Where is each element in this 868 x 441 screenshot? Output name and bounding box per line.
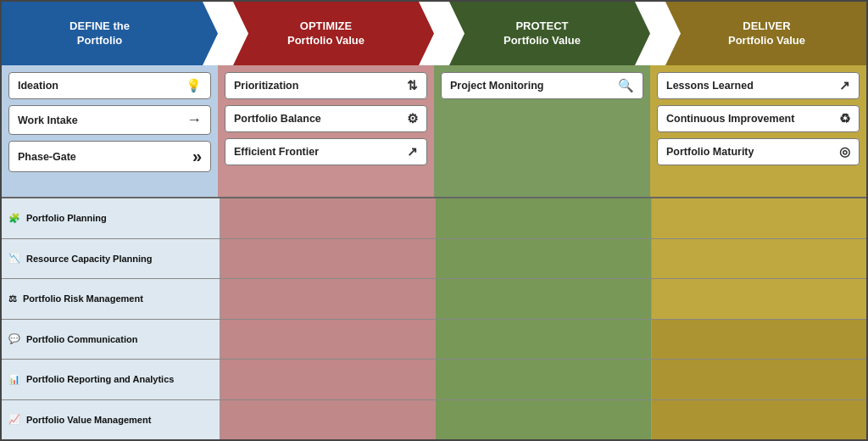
bar-reporting-red bbox=[220, 360, 436, 399]
label-portfolio-communication: 💬 Portfolio Communication bbox=[2, 320, 220, 360]
bar-comm-green bbox=[436, 320, 651, 360]
label-resource-capacity: 📉 Resource Capacity Planning bbox=[2, 239, 220, 279]
header-define-text: DEFINE the Portfolio bbox=[70, 20, 130, 48]
label-portfolio-planning: 🧩 Portfolio Planning bbox=[2, 198, 220, 238]
bar-planning-red bbox=[220, 198, 436, 238]
feature-prioritization[interactable]: Prioritization ⇅ bbox=[225, 72, 427, 99]
feature-project-monitoring[interactable]: Project Monitoring 🔍 bbox=[441, 72, 643, 99]
main-layout: DEFINE the Portfolio Ideation 💡 Work Int… bbox=[0, 0, 868, 441]
portfolio-reporting-icon: 📊 bbox=[8, 374, 20, 385]
portfolio-value-icon: 📈 bbox=[8, 414, 20, 425]
bar-risk-green bbox=[436, 279, 651, 319]
header-deliver-text: DELIVER Portfolio Value bbox=[728, 20, 805, 48]
resource-capacity-icon: 📉 bbox=[8, 253, 20, 264]
label-portfolio-value: 📈 Portfolio Value Management bbox=[2, 400, 220, 440]
header-deliver: DELIVER Portfolio Value bbox=[650, 2, 866, 65]
phase-gate-icon: » bbox=[192, 147, 202, 166]
bar-risk-gold-empty bbox=[652, 279, 866, 319]
bar-reporting-green bbox=[436, 360, 651, 399]
efficient-frontier-icon: ↗ bbox=[407, 144, 418, 159]
portfolio-communication-icon: 💬 bbox=[8, 333, 20, 344]
col-protect: PROTECT Portfolio Value Project Monitori… bbox=[434, 2, 650, 197]
header-protect: PROTECT Portfolio Value bbox=[434, 2, 650, 65]
feature-lessons-learned[interactable]: Lessons Learned ↗ bbox=[657, 72, 860, 99]
project-monitoring-icon: 🔍 bbox=[618, 78, 634, 93]
feature-work-intake[interactable]: Work Intake → bbox=[8, 105, 211, 135]
header-define: DEFINE the Portfolio bbox=[2, 2, 218, 65]
deliver-body: Lessons Learned ↗ Continuous Improvement… bbox=[650, 65, 866, 197]
continuous-improvement-icon: ♻ bbox=[839, 111, 850, 126]
feature-portfolio-balance[interactable]: Portfolio Balance ⚙ bbox=[225, 105, 427, 132]
row-portfolio-reporting: 📊 Portfolio Reporting and Analytics bbox=[2, 360, 866, 400]
optimize-body: Prioritization ⇅ Portfolio Balance ⚙ Eff… bbox=[218, 65, 434, 197]
row-portfolio-value: 📈 Portfolio Value Management bbox=[2, 400, 866, 440]
lessons-learned-icon: ↗ bbox=[839, 78, 850, 93]
row-portfolio-risk: ⚖ Portfolio Risk Management bbox=[2, 279, 866, 320]
label-portfolio-reporting: 📊 Portfolio Reporting and Analytics bbox=[2, 360, 220, 399]
portfolio-maturity-icon: ◎ bbox=[839, 144, 850, 159]
feature-ideation[interactable]: Ideation 💡 bbox=[8, 72, 211, 99]
col-deliver: DELIVER Portfolio Value Lessons Learned … bbox=[650, 2, 866, 197]
row-portfolio-planning: 🧩 Portfolio Planning bbox=[2, 198, 866, 239]
bar-resource-red bbox=[220, 239, 436, 279]
bar-comm-red bbox=[220, 320, 436, 360]
portfolio-balance-icon: ⚙ bbox=[407, 111, 418, 126]
header-optimize: OPTIMIZE Portfolio Value bbox=[218, 2, 434, 65]
header-protect-text: PROTECT Portfolio Value bbox=[504, 20, 581, 48]
define-body: Ideation 💡 Work Intake → Phase-Gate » bbox=[2, 65, 218, 197]
ideation-icon: 💡 bbox=[186, 78, 202, 93]
feature-continuous-improvement[interactable]: Continuous Improvement ♻ bbox=[657, 105, 860, 132]
bar-value-green bbox=[436, 400, 651, 440]
bar-planning-green bbox=[436, 198, 651, 238]
bar-value-red bbox=[220, 400, 436, 440]
portfolio-risk-icon: ⚖ bbox=[8, 293, 17, 304]
header-optimize-text: OPTIMIZE Portfolio Value bbox=[287, 20, 364, 48]
bar-value-gold bbox=[652, 400, 866, 440]
feature-phase-gate[interactable]: Phase-Gate » bbox=[8, 141, 211, 172]
row-resource-capacity: 📉 Resource Capacity Planning bbox=[2, 239, 866, 280]
row-portfolio-communication: 💬 Portfolio Communication bbox=[2, 320, 866, 360]
label-portfolio-risk: ⚖ Portfolio Risk Management bbox=[2, 279, 220, 319]
col-optimize: OPTIMIZE Portfolio Value Prioritization … bbox=[218, 2, 434, 197]
feature-efficient-frontier[interactable]: Efficient Frontier ↗ bbox=[225, 138, 427, 165]
bar-comm-gold bbox=[652, 320, 866, 360]
prioritization-icon: ⇅ bbox=[407, 78, 418, 93]
bar-risk-red bbox=[220, 279, 436, 319]
col-define: DEFINE the Portfolio Ideation 💡 Work Int… bbox=[2, 2, 218, 197]
feature-portfolio-maturity[interactable]: Portfolio Maturity ◎ bbox=[657, 138, 860, 165]
bar-reporting-gold bbox=[652, 360, 866, 399]
bar-resource-gold-empty bbox=[652, 239, 866, 279]
work-intake-icon: → bbox=[186, 111, 202, 129]
bar-planning-gold-empty bbox=[652, 198, 866, 238]
bar-resource-green bbox=[436, 239, 651, 279]
portfolio-planning-icon: 🧩 bbox=[8, 213, 20, 224]
protect-body: Project Monitoring 🔍 bbox=[434, 65, 650, 197]
bottom-section: 🧩 Portfolio Planning 📉 Resource Capacity… bbox=[2, 197, 866, 439]
top-section: DEFINE the Portfolio Ideation 💡 Work Int… bbox=[2, 2, 866, 197]
